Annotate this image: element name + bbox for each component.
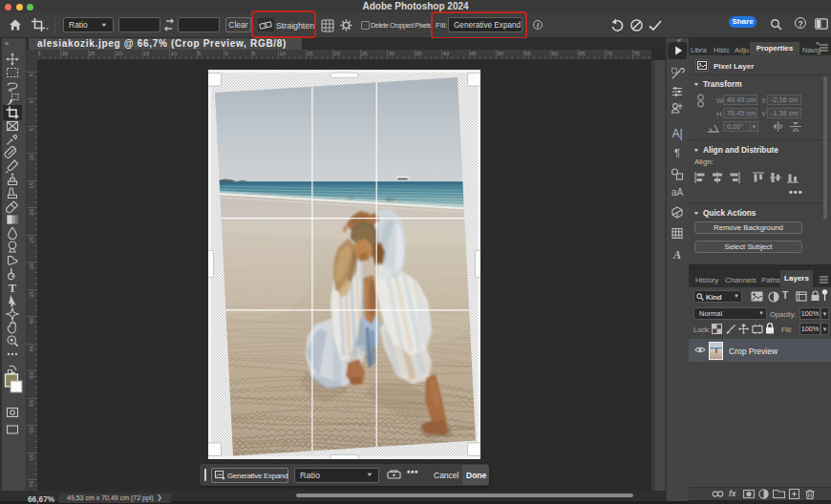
svg-text:aA: aA bbox=[671, 187, 684, 198]
svg-text:T: T bbox=[9, 282, 17, 295]
svg-text:A|: A| bbox=[671, 127, 682, 140]
svg-text:¶: ¶ bbox=[674, 147, 680, 158]
svg-text:A: A bbox=[672, 248, 681, 262]
